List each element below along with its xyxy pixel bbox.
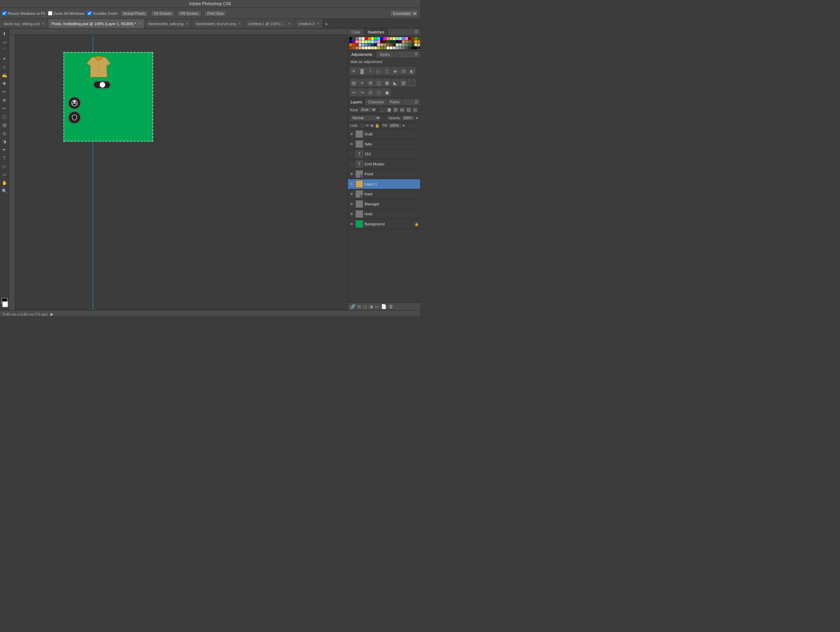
curves-adj[interactable]: ⌇	[366, 67, 374, 75]
lock-move-icon[interactable]: ⊕	[370, 123, 373, 128]
opacity-input[interactable]	[402, 115, 415, 121]
swatch[interactable]	[414, 40, 417, 43]
swatch[interactable]	[399, 43, 402, 46]
swatch[interactable]	[411, 37, 414, 40]
swatch[interactable]	[405, 43, 408, 46]
tab-close-podie[interactable]: ✕	[138, 22, 141, 25]
hue-saturation-adj[interactable]: ◈	[392, 67, 399, 75]
link-layers-icon[interactable]: 🔗	[350, 304, 355, 309]
swatch[interactable]	[349, 37, 352, 40]
fill-arrow[interactable]: ▾	[403, 124, 404, 128]
layer-item-guld[interactable]: 👁 Guld	[348, 129, 420, 139]
swatches-tab[interactable]: Swatches	[364, 28, 388, 36]
swatch[interactable]	[387, 47, 389, 49]
history-brush-tool[interactable]: ↩	[1, 104, 8, 112]
swatch[interactable]	[408, 43, 411, 46]
swatch[interactable]	[408, 37, 411, 40]
layer-visibility-manager[interactable]: 👁	[349, 202, 354, 206]
status-play-icon[interactable]: ▶	[51, 312, 54, 316]
swatch[interactable]	[411, 43, 414, 46]
swatch[interactable]	[355, 40, 358, 43]
swatch[interactable]	[393, 37, 396, 40]
swatch[interactable]	[355, 43, 358, 46]
threshold-adj[interactable]: ◣	[392, 79, 399, 87]
tab-podie[interactable]: Podie, holdstilling.psd @ 100% (Layer 1,…	[48, 19, 145, 28]
swatch[interactable]	[377, 37, 380, 40]
filter-shape-icon[interactable]: ▭	[399, 107, 405, 113]
swatch[interactable]	[371, 40, 374, 43]
swatch[interactable]	[399, 47, 402, 49]
swatch[interactable]	[387, 40, 389, 43]
swatch[interactable]	[362, 43, 365, 46]
gradient-map-adj[interactable]: ▥	[399, 79, 407, 87]
filter-toggle[interactable]: ○	[412, 107, 418, 113]
gradient-tool[interactable]: ▤	[1, 121, 8, 129]
move-tool[interactable]: ⬆	[1, 30, 8, 38]
workspace-select[interactable]: Essentials	[390, 10, 418, 17]
filter-pixel-icon[interactable]: ⬛	[380, 107, 385, 113]
lock-position-icon[interactable]: ✏	[366, 123, 369, 128]
layer-item-point[interactable]: 👁 Point	[348, 169, 420, 179]
brightness-contrast-adj[interactable]: ☀	[350, 67, 358, 75]
tab-serieholdet-solv[interactable]: Serieholdet, sølv.png ✕	[145, 19, 193, 28]
vibrance-adj[interactable]: ▽	[383, 67, 391, 75]
swatch[interactable]	[402, 47, 405, 49]
tab-close-solv[interactable]: ✕	[186, 22, 188, 25]
swatch[interactable]	[365, 47, 368, 49]
swatch[interactable]	[384, 47, 386, 49]
crop-tool[interactable]: ⊹	[1, 63, 8, 71]
tab-close-untitled2[interactable]: ✕	[317, 22, 319, 25]
layer-item-manager[interactable]: 👁 Manager	[348, 199, 420, 209]
swatch[interactable]	[358, 37, 362, 40]
swatch[interactable]	[377, 40, 380, 43]
swatch[interactable]	[405, 40, 408, 43]
swatch[interactable]	[402, 43, 405, 46]
layer-item-hold[interactable]: 👁 Hold	[348, 209, 420, 219]
adjustments-panel-menu[interactable]: ☰	[412, 51, 420, 58]
swatch[interactable]	[371, 47, 374, 49]
background-color[interactable]	[2, 301, 8, 307]
new-group-icon[interactable]: ▭	[375, 304, 379, 309]
filter-smartobj-icon[interactable]: ◻	[406, 107, 411, 113]
swatch[interactable]	[381, 47, 383, 49]
zoom-all-windows-checkbox[interactable]: Zoom All Windows	[48, 11, 84, 16]
swatch[interactable]	[365, 37, 368, 40]
swatch[interactable]	[390, 37, 392, 40]
posterize-adj[interactable]: ▦	[383, 79, 391, 87]
swatch[interactable]	[384, 40, 386, 43]
swatch[interactable]	[374, 37, 377, 40]
lock-all-icon[interactable]: 🔒	[375, 123, 380, 128]
swatch[interactable]	[399, 37, 402, 40]
marquee-tool[interactable]: ▭	[1, 38, 8, 46]
add-style-icon[interactable]: fx	[358, 304, 361, 309]
swatch[interactable]	[352, 47, 355, 49]
bw-adj[interactable]: ◐	[408, 67, 415, 75]
swatch[interactable]	[358, 40, 362, 43]
clone-tool[interactable]: ⊕	[1, 96, 8, 104]
swatch[interactable]	[396, 43, 399, 46]
filter-adj-icon[interactable]: ◑	[386, 107, 392, 113]
swatch[interactable]	[405, 47, 408, 49]
swatch[interactable]	[352, 43, 355, 46]
swatch[interactable]	[414, 47, 417, 49]
swatch[interactable]	[352, 37, 355, 40]
tab-close-bronze[interactable]: ✕	[238, 22, 241, 25]
swatch[interactable]	[418, 40, 420, 43]
layer-item-emilmulder[interactable]: 👁 T Emil Mulder	[348, 159, 420, 169]
levels-adj[interactable]: ▓	[358, 67, 366, 75]
eyedropper-tool[interactable]: ✍	[1, 71, 8, 79]
adjustments-tab[interactable]: Adjustments	[348, 51, 376, 58]
swatch[interactable]	[387, 37, 389, 40]
swatch[interactable]	[405, 37, 408, 40]
color-lookup-adj[interactable]: ⊞	[366, 79, 374, 87]
swatch[interactable]	[377, 47, 380, 49]
photo-filter-adj[interactable]: ▤	[350, 79, 358, 87]
print-size-button[interactable]: Print Size	[204, 10, 227, 17]
exposure-adj[interactable]: ▷	[375, 67, 382, 75]
swatch[interactable]	[387, 43, 389, 46]
fill-screen-button[interactable]: Fill Screen	[177, 10, 201, 17]
styles-tab[interactable]: Styles	[376, 51, 394, 58]
swatch[interactable]	[362, 40, 365, 43]
tab-untitled1[interactable]: Untitled-1 @ 100% (… ✕	[245, 19, 294, 28]
swatch[interactable]	[384, 37, 386, 40]
